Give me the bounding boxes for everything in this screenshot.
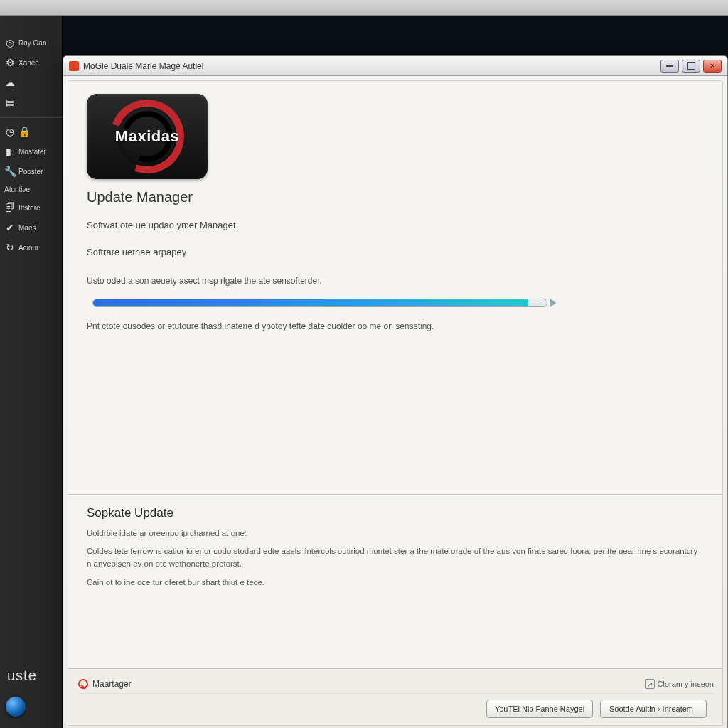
page-title: Update Manager — [87, 189, 704, 205]
dock-brand: uste — [0, 660, 62, 691]
lower-line-2: Coldes tete ferrowns catior io enor codo… — [87, 545, 704, 571]
check-icon: ✔ — [4, 222, 16, 233]
maximize-button[interactable] — [682, 60, 700, 73]
desktop-dock: ◎ Ray Oan ⚙ Xanee ☁ ▤ ◷ 🔒 ◧ Mosfater 🔧 P… — [0, 16, 63, 728]
button-row: YouTEl Nio Fanne Naygel Sootde Aultin › … — [78, 693, 714, 725]
intro-line-1: Softwat ote ue updao ymer Managet. — [87, 218, 704, 232]
dock-label: Pooster — [18, 168, 43, 176]
product-logo: Maxidas — [87, 94, 208, 179]
window-title: MoGle Duale Marle Mage Autlel — [83, 61, 203, 71]
window-footer: Maartager ↗ Cloram y inseon YouTEl Nio F… — [68, 668, 722, 725]
refresh-icon: ↻ — [4, 242, 16, 253]
gear-icon: ⚙ — [4, 57, 16, 68]
lower-section: Sopkate Update Uoldrble idate ar oreenpo… — [68, 495, 722, 669]
os-menubar — [0, 0, 728, 16]
dock-item-atuntive[interactable]: Atuntive — [0, 181, 62, 198]
button-label: Sootde Aultin › Inreatem — [609, 705, 693, 713]
app-icon — [69, 61, 79, 71]
footer-link[interactable]: Cloram y inseon — [658, 680, 714, 688]
progress-row — [92, 299, 704, 307]
dock-item-aciour[interactable]: ↻ Aciour — [0, 237, 62, 257]
primary-button[interactable]: Sootde Aultin › Inreatem — [600, 700, 707, 718]
wrench-icon: 🔧 — [4, 166, 16, 177]
status-text: Usto oded a son aeuety asect msp rlgate … — [87, 274, 704, 287]
cloud-icon: ☁ — [4, 77, 16, 88]
dock-separator — [0, 117, 62, 117]
dock-item-clock[interactable]: ◷ 🔒 — [0, 122, 62, 141]
dock-item-ittsfore[interactable]: 🗐 Ittsfore — [0, 198, 62, 218]
window-client: Maxidas Update Manager Softwat ote ue up… — [68, 80, 723, 726]
intro-line-2: Softrare uethae arpapey — [87, 245, 704, 259]
dock-label: Ray Oan — [18, 39, 46, 47]
dock-item-xanee[interactable]: ⚙ Xanee — [0, 53, 62, 73]
refresh-icon — [78, 679, 88, 689]
update-manager-window: MoGle Duale Marle Mage Autlel Maxidas Up… — [63, 55, 728, 728]
target-icon: ◎ — [4, 37, 16, 48]
secondary-button[interactable]: YouTEl Nio Fanne Naygel — [486, 700, 593, 718]
minimize-button[interactable] — [660, 60, 679, 73]
content-area: Maxidas Update Manager Softwat ote ue up… — [68, 81, 722, 725]
stack-icon: 🗐 — [4, 202, 16, 213]
dock-item-pooster[interactable]: 🔧 Pooster — [0, 161, 62, 181]
document-icon: ▤ — [4, 97, 16, 108]
footer-brand: Maartager — [92, 679, 132, 689]
dock-item-cloud[interactable]: ☁ — [0, 73, 62, 92]
dock-item-doc[interactable]: ▤ — [0, 92, 62, 112]
lower-line-3: Cain ot to ine oce tur oferet bur shart … — [87, 577, 704, 589]
external-link-icon: ↗ — [645, 679, 655, 689]
lower-title: Sopkate Update — [87, 506, 704, 520]
hint-text: Pnt ctote ousodes or etutoure thasd inat… — [87, 320, 704, 333]
dock-label: Atuntive — [4, 186, 30, 193]
dock-label: Ittsfore — [18, 204, 41, 212]
start-orb[interactable] — [6, 697, 26, 717]
panel-icon: ◧ — [4, 146, 16, 157]
dock-label: Maes — [18, 224, 36, 232]
dock-item-ray[interactable]: ◎ Ray Oan — [0, 33, 62, 53]
dock-label: Xanee — [18, 59, 39, 67]
lower-line-1: Uoldrble idate ar oreenpo ip charned at … — [87, 528, 704, 540]
chevron-right-icon — [550, 299, 556, 307]
progress-bar[interactable] — [92, 299, 547, 307]
clock-icon: ◷ — [4, 126, 16, 137]
dock-label: Mosfater — [18, 148, 46, 156]
dock-item-maes[interactable]: ✔ Maes — [0, 218, 62, 237]
lock-icon: 🔒 — [18, 126, 30, 137]
window-titlebar[interactable]: MoGle Duale Marle Mage Autlel — [63, 56, 727, 76]
close-button[interactable] — [703, 60, 722, 73]
dock-item-mosfater[interactable]: ◧ Mosfater — [0, 141, 62, 161]
desktop: ◎ Ray Oan ⚙ Xanee ☁ ▤ ◷ 🔒 ◧ Mosfater 🔧 P… — [0, 16, 728, 728]
logo-text: Maxidas — [115, 127, 179, 146]
dock-label: Aciour — [18, 244, 38, 252]
progress-fill — [93, 299, 528, 306]
button-label: YouTEl Nio Fanne Naygel — [495, 705, 584, 713]
